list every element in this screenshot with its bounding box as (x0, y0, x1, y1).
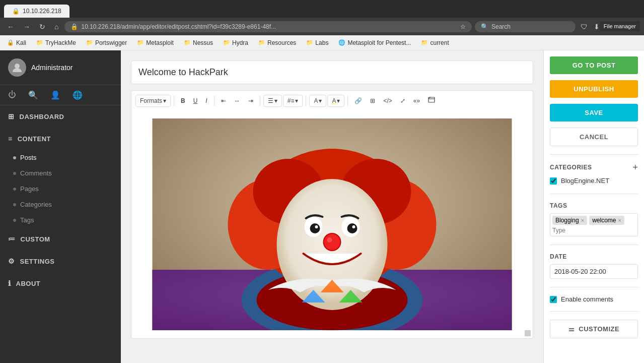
formats-label: Formats (140, 97, 162, 104)
avatar-icon[interactable]: 🦊 (604, 21, 616, 33)
bold-button[interactable]: B (177, 95, 189, 107)
bookmark-labs[interactable]: 📁 Labs (303, 38, 331, 47)
address-bar[interactable]: 🔒 10.10.226.218/admin/app/editor/editpos… (64, 21, 472, 32)
user-icon[interactable]: 👤 (50, 90, 60, 100)
align-center-button[interactable]: ↔ (231, 95, 244, 107)
search-bar[interactable]: 🔍 Search (475, 21, 576, 32)
sidebar-item-tags[interactable]: Tags (0, 212, 121, 228)
numbered-icon: #≡ (288, 97, 295, 104)
align-right-button[interactable]: ⇥ (245, 95, 257, 107)
formats-dropdown[interactable]: Formats ▾ (135, 95, 171, 107)
table-button[interactable]: ⊞ (367, 95, 379, 107)
home-button[interactable]: ⌂ (51, 21, 61, 33)
tags-container[interactable]: Blogging × welcome × (550, 213, 638, 236)
customize-button[interactable]: ⚌ CUSTOMIZE (550, 320, 638, 338)
dashboard-icon: ⊞ (8, 112, 15, 120)
bookmark-resources[interactable]: 📁 Resources (255, 38, 299, 47)
bookmark-metasploit-pentest[interactable]: 🌐 Metasploit for Pentest... (335, 38, 414, 47)
bookmark-metasploit[interactable]: 📁 Metasploit (134, 38, 177, 47)
unpublish-button[interactable]: UNPUBLISH (550, 80, 638, 98)
sidebar-section-custom: ≔ CUSTOM (0, 228, 121, 250)
bullet-chevron-icon: ▾ (274, 97, 277, 104)
link-button[interactable]: 🔗 (351, 95, 366, 107)
align-left-button[interactable]: ⇤ (218, 95, 230, 107)
go-to-post-button[interactable]: GO TO POST (550, 56, 638, 74)
comments-label: Comments (20, 169, 52, 177)
divider-4 (550, 287, 638, 287)
bookmark-resources-label: Resources (267, 39, 296, 46)
svg-point-22 (327, 237, 332, 243)
custom-label: CUSTOM (21, 235, 50, 243)
sidebar-item-about[interactable]: ℹ ABOUT (0, 272, 121, 294)
file-manager-button[interactable] (424, 94, 439, 107)
kali-icon: 🔒 (7, 39, 14, 46)
address-text: 10.10.226.218/admin/app/editor/editpost.… (81, 23, 457, 30)
date-input[interactable] (550, 264, 638, 279)
nessus-icon: 📁 (184, 39, 191, 46)
enable-comments-label: Enable comments (561, 295, 613, 303)
cancel-button[interactable]: CANCEL (550, 128, 638, 146)
right-panel: GO TO POST UNPUBLISH SAVE CANCEL CATEGOR… (543, 50, 644, 363)
category-checkbox[interactable] (550, 177, 557, 185)
tab-lock-icon: 🔒 (12, 8, 20, 15)
forward-button[interactable]: → (20, 21, 33, 33)
search-text: Search (491, 23, 511, 30)
bookmark-hydra[interactable]: 📁 Hydra (220, 38, 251, 47)
reload-button[interactable]: ↻ (36, 21, 48, 33)
sidebar-item-pages[interactable]: Pages (0, 181, 121, 197)
sidebar-item-dashboard[interactable]: ⊞ DASHBOARD (0, 105, 121, 128)
download-icon[interactable]: ⬇ (592, 21, 602, 33)
svg-point-16 (310, 223, 320, 233)
bookmark-tryhackme[interactable]: 📁 TryHackMe (33, 38, 79, 47)
bookmark-portswigger[interactable]: 📁 Portswigger (83, 38, 130, 47)
svg-point-17 (347, 223, 357, 233)
editor-resize-handle[interactable] (525, 330, 531, 336)
sidebar-item-content[interactable]: ≡ CONTENT (0, 128, 121, 150)
metasploit-icon: 📁 (137, 39, 144, 46)
underline-button[interactable]: U (190, 95, 201, 107)
sidebar-item-settings[interactable]: ⚙ SETTINGS (0, 250, 121, 272)
posts-dot (13, 156, 16, 159)
bg-color-dropdown[interactable]: A ▾ (327, 95, 344, 107)
code-button[interactable]: </> (380, 95, 395, 107)
back-button[interactable]: ← (4, 21, 17, 33)
italic-button[interactable]: I (202, 95, 210, 107)
content-label: CONTENT (18, 135, 51, 143)
sidebar-item-categories[interactable]: Categories (0, 197, 121, 212)
numbered-list-dropdown[interactable]: #≡ ▾ (283, 95, 303, 107)
sidebar-item-comments[interactable]: Comments (0, 165, 121, 181)
browser-nav: ← → ↻ ⌂ 🔒 10.10.226.218/admin/app/editor… (0, 18, 644, 35)
search-icon[interactable]: 🔍 (28, 90, 38, 100)
tag-welcome-remove[interactable]: × (618, 217, 621, 223)
active-tab[interactable]: 🔒 10.10.226.218 (4, 5, 69, 18)
post-title-input[interactable] (131, 60, 533, 84)
search-icon: 🔍 (481, 23, 488, 30)
globe-icon[interactable]: 🌐 (73, 90, 83, 100)
bullet-list-dropdown[interactable]: ☰ ▾ (263, 95, 282, 107)
save-button[interactable]: SAVE (550, 104, 638, 122)
editor-content[interactable] (131, 110, 533, 339)
settings-label: SETTINGS (20, 258, 55, 265)
svg-point-18 (315, 225, 318, 228)
font-color-dropdown[interactable]: A ▾ (309, 95, 326, 107)
svg-point-0 (15, 64, 20, 69)
power-icon[interactable]: ⏻ (8, 90, 16, 100)
sidebar-item-posts[interactable]: Posts (0, 150, 121, 165)
add-category-button[interactable]: + (632, 163, 638, 172)
fullscreen-button[interactable]: ⤢ (397, 95, 409, 107)
bookmark-star-icon[interactable]: ☆ (460, 23, 466, 30)
browser-chrome: 🔒 10.10.226.218 ← → ↻ ⌂ 🔒 10.10.226.218/… (0, 0, 644, 35)
source-button[interactable]: «» (410, 95, 423, 107)
bookmark-current[interactable]: 📁 current (418, 38, 452, 47)
svg-point-21 (324, 234, 340, 250)
sidebar-user: Administrator (0, 50, 121, 85)
svg-point-19 (352, 225, 355, 228)
tag-input[interactable] (552, 227, 635, 234)
dashboard-label: DASHBOARD (20, 113, 64, 120)
bookmark-kali[interactable]: 🔒 Kali (4, 38, 29, 47)
bookmark-nessus[interactable]: 📁 Nessus (181, 38, 216, 47)
menu-icon[interactable]: ☰ (629, 21, 640, 33)
enable-comments-checkbox[interactable] (550, 296, 557, 303)
tag-blogging-remove[interactable]: × (581, 217, 584, 223)
sidebar-item-custom[interactable]: ≔ CUSTOM (0, 228, 121, 250)
